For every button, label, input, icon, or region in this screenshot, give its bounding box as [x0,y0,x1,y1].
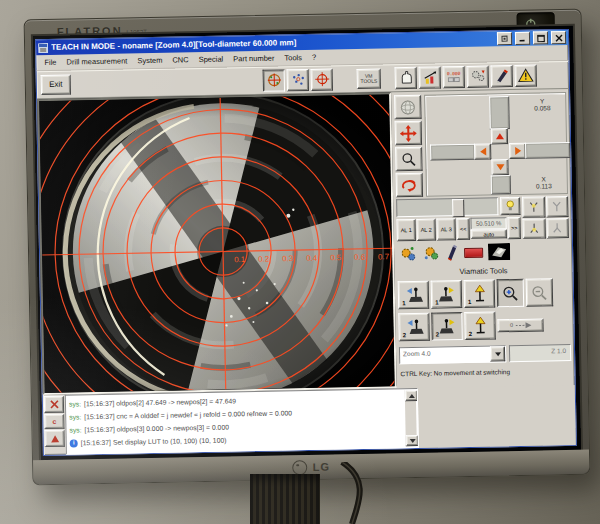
jog-slider-horizontal-left[interactable] [430,144,475,161]
joystick-left-icon [404,318,424,335]
scroll-up-button[interactable] [405,390,418,401]
viamatic-button-number: 2 [469,331,472,337]
menu-system[interactable]: System [132,56,167,66]
compass-icon [266,72,281,87]
log-scroll-top-button[interactable] [44,430,64,447]
sphere-mode-button[interactable] [394,95,421,120]
viamatic-1-up-button[interactable]: 1 [464,279,496,308]
app-window: TEACH IN MODE - noname [Zoom 4.0][Tool-d… [35,29,577,456]
viamatic-2-left-button[interactable]: 2 [398,313,430,342]
exit-button[interactable]: Exit [41,74,71,95]
zoom-in-icon [502,284,519,301]
zoom-select-arrow[interactable] [490,346,505,361]
al3-button[interactable]: AL 3 [436,218,455,240]
menu-special[interactable]: Special [194,54,229,64]
lamp-button-4[interactable] [546,217,569,238]
viamatic-1-right-button[interactable]: 1 [431,280,463,309]
light-slider-thumb[interactable] [452,199,464,217]
minimize-button[interactable] [515,32,530,45]
jog-up-button[interactable] [491,128,508,144]
al1-button[interactable]: AL 1 [396,219,415,241]
light-fwd-button[interactable]: >> [507,217,520,239]
counter-button[interactable]: 0.000 [443,65,465,87]
lg-logo-icon [292,460,307,475]
gears-button[interactable] [467,65,489,87]
main-area: 0.1 0.2 0.3 0.4 0.5 0.6 0.7 [37,89,575,395]
warning-button[interactable] [515,64,537,86]
move-mode-button[interactable] [395,121,422,146]
lamp-icon [528,223,539,234]
viamatic-2-right-button[interactable]: 2 [431,312,463,341]
lamp-buttons [522,196,569,239]
jog-slider-vertical-bottom[interactable] [491,175,511,194]
jog-left-button[interactable] [474,143,491,159]
pen-button[interactable] [491,65,513,87]
viamatic-button-number: 1 [402,300,405,306]
gear-color-icon [399,245,417,262]
target-button[interactable] [311,68,333,90]
viamatic-button-number: 1 [435,299,438,305]
menu-drill-measurement[interactable]: Drill measurement [61,56,132,66]
log-prefix: sys: [69,397,81,410]
viamatic-title: Viamatic Tools [397,263,569,279]
lamp-button-1[interactable] [522,196,545,217]
points-icon [290,72,305,87]
chart-button[interactable] [419,66,441,88]
panel-spacer [418,385,576,448]
maximize-icon [536,34,544,42]
log-delete-button[interactable] [44,396,64,413]
pin-up-icon [469,285,489,303]
compass-reticle-button[interactable] [263,69,285,91]
glove-button[interactable] [395,66,417,88]
points-button[interactable] [287,68,309,90]
lamp-button-3[interactable] [522,218,545,239]
viamatic-1-left-button[interactable]: 1 [398,281,430,310]
close-button[interactable] [551,31,566,44]
log-prefix: sys: [69,410,81,423]
reticle-label: 0.4 [306,254,318,263]
joystick-right-icon [436,286,456,303]
camera-viewport[interactable]: 0.1 0.2 0.3 0.4 0.5 0.6 0.7 [37,92,397,395]
vm-tools-button[interactable]: VM TOOLS [357,68,381,88]
bulb-button[interactable] [500,197,520,215]
minimize-icon [519,35,526,42]
log-clear-button[interactable]: c [44,414,64,429]
close-icon [554,34,562,42]
log-prefix: sys: [69,423,81,436]
reticle-label: 0.5 [330,253,342,262]
jog-down-button[interactable] [491,159,508,175]
jog-slider-horizontal-right[interactable] [525,142,570,159]
auto-button[interactable]: auto [471,229,507,239]
zoom-in-button[interactable] [497,279,525,308]
menu-part-number[interactable]: Part number [228,53,279,63]
scroll-down-icon [409,438,415,442]
light-back-button[interactable]: << [456,218,469,240]
titlebar-extra-button[interactable] [497,32,512,45]
log-output[interactable]: sys: [15:16:37] oldpos[2] 47.649 -> newp… [65,388,419,455]
lamp-button-2[interactable] [546,196,569,217]
jog-right-button[interactable] [509,143,526,159]
offset-button[interactable]: 0 [497,318,543,332]
z-value-field[interactable]: Z 1.0 [509,344,571,362]
reticle-label: 0.3 [282,254,294,263]
menu-help[interactable]: ? [307,53,321,62]
menu-tools[interactable]: Tools [279,53,307,63]
scroll-down-button[interactable] [406,435,419,446]
chart-icon [422,69,437,84]
menu-cnc[interactable]: CNC [167,55,193,65]
maximize-button[interactable] [533,31,548,44]
light-intensity-slider[interactable] [396,197,498,217]
gears-icon [470,69,485,84]
jog-cross-control: Y 0.058 X 0.113 [424,92,568,197]
viamatic-2-up-button[interactable]: 2 [464,311,496,340]
al2-button[interactable]: AL 2 [416,219,435,241]
menu-file[interactable]: File [39,58,61,67]
rotate-mode-button[interactable] [396,173,423,198]
jog-slider-vertical-top[interactable] [489,96,510,129]
magnifier-mode-button[interactable] [395,147,422,172]
zoom-out-button[interactable] [526,278,554,307]
red-button[interactable] [464,247,483,257]
zoom-select[interactable]: Zoom 4.0 [399,345,506,364]
right-arrow-icon [515,147,521,155]
log-scrollbar[interactable] [405,390,417,446]
